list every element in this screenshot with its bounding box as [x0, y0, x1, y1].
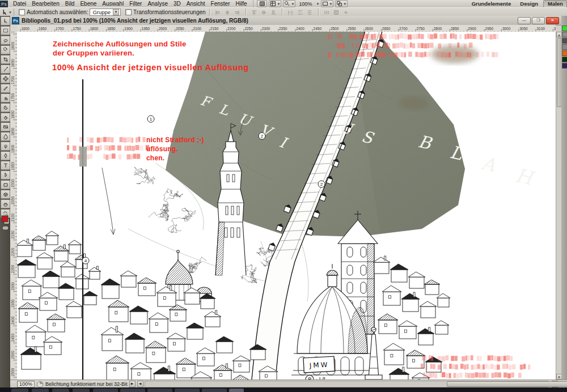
- align-icon-10[interactable]: [332, 8, 341, 16]
- workspace-malen[interactable]: Malen: [543, 0, 567, 7]
- taskbar-item-9[interactable]: [229, 389, 244, 392]
- menu-ansicht[interactable]: Ansicht: [184, 0, 208, 7]
- taskbar-item-0[interactable]: [11, 389, 28, 392]
- dock-swatch-0[interactable]: [562, 25, 567, 31]
- align-icon-1[interactable]: [223, 8, 232, 16]
- brush-tool[interactable]: [1, 84, 10, 93]
- workspace-design[interactable]: Design: [516, 1, 542, 7]
- 3d-object-rotate-tool[interactable]: [1, 190, 10, 199]
- workspace-grundelemente[interactable]: Grundelemente: [468, 1, 515, 7]
- path-selection-tool[interactable]: [1, 171, 10, 180]
- blur-tool[interactable]: [1, 132, 10, 141]
- dock-swatch-4[interactable]: [562, 50, 567, 56]
- menu-bearbeiten[interactable]: Bearbeiten: [29, 0, 62, 7]
- rectangle-shape-tool[interactable]: [1, 180, 10, 189]
- dock-swatch-5[interactable]: [562, 57, 567, 62]
- dock-swatch-3[interactable]: [562, 44, 567, 50]
- taskbar-item-1[interactable]: [32, 389, 49, 392]
- svg-text:2150: 2150: [210, 27, 219, 31]
- close-button[interactable]: ✕: [546, 17, 559, 24]
- align-icon-7[interactable]: [296, 8, 304, 16]
- align-icon-6[interactable]: [286, 8, 295, 16]
- align-icon-8[interactable]: [306, 8, 314, 16]
- foreground-color-swatch[interactable]: [2, 216, 8, 222]
- transform-controls-checkbox[interactable]: [125, 9, 132, 15]
- menu-bild[interactable]: Bild: [62, 0, 78, 7]
- document-window-controls: — ❐ ✕: [518, 17, 559, 24]
- align-icon-3[interactable]: [250, 8, 259, 16]
- photoshop-logo-icon[interactable]: Ps: [0, 1, 8, 7]
- svg-text:2000: 2000: [11, 179, 15, 188]
- zoom-percentage-field[interactable]: 100%: [17, 381, 35, 387]
- svg-text:1700: 1700: [56, 27, 64, 31]
- dock-swatch-6[interactable]: [562, 63, 567, 69]
- dock-swatch-1[interactable]: [562, 32, 567, 37]
- horizontal-scrollbar[interactable]: [145, 381, 549, 387]
- quick-selection-tool[interactable]: [1, 45, 10, 54]
- taskbar-item-3[interactable]: [73, 389, 90, 392]
- psd-file-icon: Ps: [12, 17, 19, 24]
- scroll-left-icon[interactable]: ◀: [137, 381, 143, 387]
- quick-mask-icon[interactable]: [2, 226, 9, 230]
- menu-analyse[interactable]: Analyse: [145, 0, 171, 7]
- clone-stamp-tool[interactable]: [1, 93, 10, 103]
- collapsed-panel-dock[interactable]: [561, 16, 567, 392]
- menu-hilfe[interactable]: Hilfe: [232, 0, 249, 7]
- align-icon-0[interactable]: [214, 8, 222, 16]
- screen-mode-icon[interactable]: ▼: [321, 0, 333, 7]
- menu-3d[interactable]: 3D: [171, 0, 184, 7]
- menu-datei[interactable]: Datei: [10, 0, 29, 7]
- eraser-tool[interactable]: [1, 113, 10, 122]
- menu-filter[interactable]: Filter: [126, 0, 145, 7]
- lasso-tool[interactable]: [1, 36, 10, 45]
- align-icon-4[interactable]: [260, 8, 268, 16]
- hand-tool[interactable]: [1, 199, 10, 208]
- move-tool[interactable]: [1, 16, 10, 25]
- view-extras-icon[interactable]: ▼: [269, 0, 281, 7]
- taskbar-item-6[interactable]: [147, 389, 172, 392]
- minimize-button[interactable]: —: [518, 17, 531, 24]
- align-icon-5[interactable]: [269, 8, 278, 16]
- taskbar-item-2[interactable]: [52, 389, 69, 392]
- tool-preset-move-icon[interactable]: ▼: [0, 8, 14, 16]
- document-title-bar[interactable]: Ps Bibliopolis_01.psd bei 100% (100% Ans…: [10, 16, 561, 25]
- history-brush-tool[interactable]: [1, 103, 10, 112]
- taskbar-item-8[interactable]: [202, 389, 227, 392]
- type-tool[interactable]: [1, 161, 10, 170]
- dock-swatch-2[interactable]: [562, 38, 567, 44]
- status-flyout-icon[interactable]: ▶: [129, 381, 136, 387]
- align-icon-9[interactable]: [323, 8, 331, 16]
- taskbar-item-4[interactable]: [93, 389, 118, 392]
- menu-auswahl[interactable]: Auswahl: [99, 0, 126, 7]
- separator: [282, 8, 282, 15]
- rectangular-marquee-tool[interactable]: [1, 26, 10, 35]
- chevron-down-icon: ▼: [9, 11, 12, 14]
- launch-bridge-icon[interactable]: [257, 0, 267, 7]
- spot-healing-brush-tool[interactable]: [1, 74, 10, 83]
- align-icon-2[interactable]: [233, 8, 242, 16]
- taskbar-item-5[interactable]: [120, 389, 145, 392]
- horizontal-scroll-thumb[interactable]: [447, 381, 567, 387]
- zoom-tool-icon[interactable]: ▼: [283, 0, 295, 7]
- document-canvas[interactable]: FLUVIUSBLAH 1224 JMW B · L/t Zeichnerisc…: [17, 32, 556, 380]
- dodge-tool[interactable]: [1, 142, 10, 151]
- crop-tool[interactable]: [1, 55, 10, 64]
- eyedropper-tool[interactable]: [1, 65, 10, 74]
- taskbar-item-7[interactable]: [175, 389, 200, 392]
- align-icon-11[interactable]: [342, 8, 350, 16]
- auto-select-dropdown[interactable]: Gruppe ▼: [90, 8, 121, 16]
- menu-fenster[interactable]: Fenster: [208, 0, 233, 7]
- separator: [246, 8, 246, 15]
- windows-taskbar[interactable]: [0, 387, 567, 392]
- document-tab-title: Bibliopolis_01.psd bei 100% (100% Ansich…: [22, 18, 248, 24]
- annotation-fragment-1: nicht Stratford ;-): [146, 136, 204, 144]
- menu-ebene[interactable]: Ebene: [77, 0, 99, 7]
- auto-select-checkbox[interactable]: [19, 9, 25, 15]
- arrange-documents-icon[interactable]: ▼: [335, 0, 348, 7]
- svg-text:2900: 2900: [468, 27, 476, 31]
- pen-tool[interactable]: [1, 151, 10, 160]
- svg-text:1950: 1950: [142, 27, 150, 31]
- zoom-level-dropdown[interactable]: 100%: [297, 1, 314, 7]
- restore-button[interactable]: ❐: [532, 17, 545, 24]
- gradient-tool[interactable]: [1, 122, 10, 131]
